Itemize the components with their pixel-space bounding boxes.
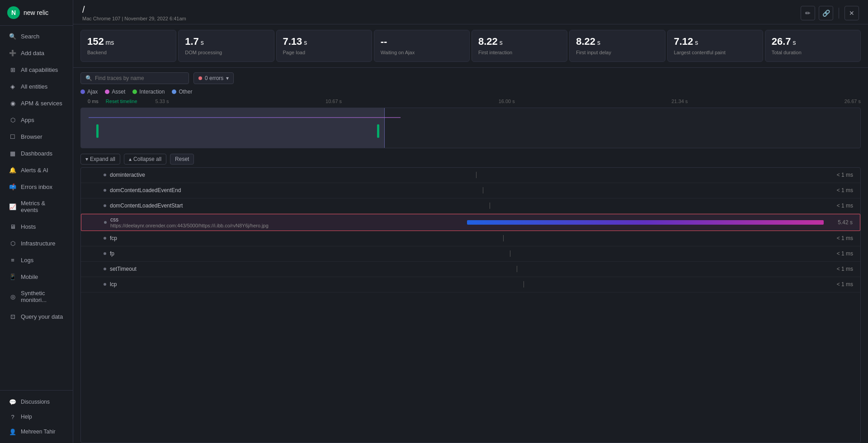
trace-indent xyxy=(81,283,108,286)
metric-value-dom-processing: 1.7 s xyxy=(185,36,267,47)
sidebar-item-mobile[interactable]: 📱Mobile xyxy=(2,269,71,285)
trace-duration-domcontentloaded-end: < 1 ms xyxy=(824,187,860,193)
table-row[interactable]: domContentLoadedEventEnd < 1 ms xyxy=(81,183,860,198)
trace-name-lcp: lcp xyxy=(108,281,467,287)
metric-value-first-input-delay: 8.22 s xyxy=(576,36,658,47)
sidebar-bottom-user[interactable]: 👤Mehreen Tahir xyxy=(2,424,71,439)
table-row[interactable]: dominteractive < 1 ms xyxy=(81,168,860,183)
edit-button[interactable]: ✏ xyxy=(801,6,815,20)
legend-dot-asset xyxy=(105,90,109,94)
errors-button[interactable]: 0 errors ▾ xyxy=(193,72,234,84)
table-row[interactable]: domContentLoadedEventStart < 1 ms xyxy=(81,198,860,214)
metric-card-first-interaction: 8.22 s First interaction xyxy=(472,30,567,62)
trace-dot xyxy=(104,204,106,207)
sidebar-item-search[interactable]: 🔍Search xyxy=(2,28,71,44)
sidebar-item-all-capabilities[interactable]: ⊞All capabilities xyxy=(2,61,71,78)
trace-indent xyxy=(81,174,108,176)
legend-other[interactable]: Other xyxy=(172,89,192,95)
sidebar-item-synthetic-monitoring[interactable]: ◎Synthetic monitori... xyxy=(2,285,71,308)
sidebar-item-apps[interactable]: ⬡Apps xyxy=(2,112,71,128)
legend-ajax[interactable]: Ajax xyxy=(80,89,98,95)
table-row[interactable]: css https://deelaynr.onrender.com:443/50… xyxy=(81,214,860,231)
sidebar-label-metrics-events: Metrics & events xyxy=(21,200,64,213)
table-row[interactable]: lcp < 1 ms xyxy=(81,277,860,292)
metric-unit-dom-processing: s xyxy=(199,39,204,46)
sidebar-label-dashboards: Dashboards xyxy=(21,150,52,157)
trace-marker xyxy=(510,250,510,257)
metric-card-backend: 152 ms Backend xyxy=(80,30,176,62)
sidebar-label-infrastructure: Infrastructure xyxy=(21,240,56,247)
sidebar-item-errors-inbox[interactable]: 📫Errors inbox xyxy=(2,179,71,195)
table-row[interactable]: fcp < 1 ms xyxy=(81,231,860,246)
errors-dot xyxy=(198,76,202,80)
sidebar-item-infrastructure[interactable]: ⬡Infrastructure xyxy=(2,235,71,251)
reset-button[interactable]: Reset xyxy=(170,154,194,165)
collapse-all-button[interactable]: ▴ Collapse all xyxy=(124,154,166,165)
trace-duration-fcp: < 1 ms xyxy=(824,235,860,241)
expand-all-button[interactable]: ▾ Expand all xyxy=(80,154,120,165)
sidebar-item-metrics-events[interactable]: 📈Metrics & events xyxy=(2,195,71,218)
sidebar-item-alerts-ai[interactable]: 🔔Alerts & AI xyxy=(2,162,71,178)
trace-name-domcontentloaded-start: domContentLoadedEventStart xyxy=(108,203,467,209)
metric-unit-largest-contentful: s xyxy=(693,39,698,46)
sidebar-item-browser[interactable]: ☐Browser xyxy=(2,128,71,145)
sidebar-item-hosts[interactable]: 🖥Hosts xyxy=(2,218,71,235)
trace-dot xyxy=(104,221,107,224)
legend-asset[interactable]: Asset xyxy=(105,89,125,95)
metric-card-first-input-delay: 8.22 s First input delay xyxy=(569,30,665,62)
trace-search[interactable]: 🔍 xyxy=(80,72,189,84)
trace-marker xyxy=(476,172,476,178)
scale-mark: 16.00 s xyxy=(499,99,515,104)
table-row[interactable]: fp < 1 ms xyxy=(81,246,860,262)
errors-label: 0 errors xyxy=(205,75,223,81)
metrics-events-icon: 📈 xyxy=(9,203,16,210)
metric-label-backend: Backend xyxy=(87,49,170,56)
scale-mark: 10.67 s xyxy=(326,99,342,104)
trace-indent xyxy=(81,204,108,207)
sidebar-item-query-data[interactable]: ⊡Query your data xyxy=(2,308,71,325)
sidebar-item-dashboards[interactable]: ▦Dashboards xyxy=(2,145,71,161)
trace-name-css: css https://deelaynr.onrender.com:443/50… xyxy=(108,217,467,228)
expand-icon: ▾ xyxy=(85,156,88,162)
trace-name-settimeout: setTimeout xyxy=(108,266,467,272)
sidebar-label-all-capabilities: All capabilities xyxy=(21,66,58,73)
close-button[interactable]: ✕ xyxy=(844,6,859,20)
metric-unit-first-interaction: s xyxy=(498,39,503,46)
metric-value-page-load: 7.13 s xyxy=(283,36,365,47)
metric-value-waiting-ajax: -- xyxy=(381,36,463,47)
search-input[interactable] xyxy=(95,75,184,81)
sidebar-bottom-discussions[interactable]: 💬Discussions xyxy=(2,395,71,409)
reset-timeline[interactable]: Reset timeline xyxy=(106,99,137,104)
trace-marker xyxy=(503,235,504,241)
metric-label-first-interaction: First interaction xyxy=(478,49,561,56)
metric-value-total-duration: 26.7 s xyxy=(772,36,854,47)
trace-name-dominteractive: dominteractive xyxy=(108,172,467,178)
timeline-graph[interactable] xyxy=(80,108,861,148)
logo-text: new relic xyxy=(24,9,48,16)
metric-label-first-input-delay: First input delay xyxy=(576,49,658,56)
mobile-icon: 📱 xyxy=(9,273,16,280)
metric-unit-backend: ms xyxy=(104,39,114,46)
sidebar-bottom-help[interactable]: ?Help xyxy=(2,410,71,424)
legend-dot-other xyxy=(172,90,176,94)
sidebar-item-add-data[interactable]: ➕Add data xyxy=(2,45,71,61)
table-row[interactable]: setTimeout < 1 ms xyxy=(81,262,860,277)
sidebar-item-logs[interactable]: ≡Logs xyxy=(2,252,71,268)
sidebar-label-apm-services: APM & services xyxy=(21,100,62,107)
all-entities-icon: ◈ xyxy=(9,83,16,90)
sidebar-bottom: 💬Discussions?Help👤Mehreen Tahir xyxy=(0,390,73,443)
trace-dot xyxy=(104,283,106,286)
dashboards-icon: ▦ xyxy=(9,150,16,157)
trace-indent xyxy=(81,237,108,240)
apps-icon: ⬡ xyxy=(9,116,16,123)
trace-indent xyxy=(81,252,108,255)
sidebar-item-all-entities[interactable]: ◈All entities xyxy=(2,78,71,94)
link-button[interactable]: 🔗 xyxy=(819,6,833,20)
sidebar-item-apm-services[interactable]: ◉APM & services xyxy=(2,95,71,111)
apm-services-icon: ◉ xyxy=(9,99,16,107)
logo[interactable]: N new relic xyxy=(0,0,73,26)
infrastructure-icon: ⬡ xyxy=(9,240,16,247)
metric-label-dom-processing: DOM processing xyxy=(185,49,267,56)
metric-value-first-interaction: 8.22 s xyxy=(478,36,561,47)
legend-interaction[interactable]: Interaction xyxy=(132,89,165,95)
